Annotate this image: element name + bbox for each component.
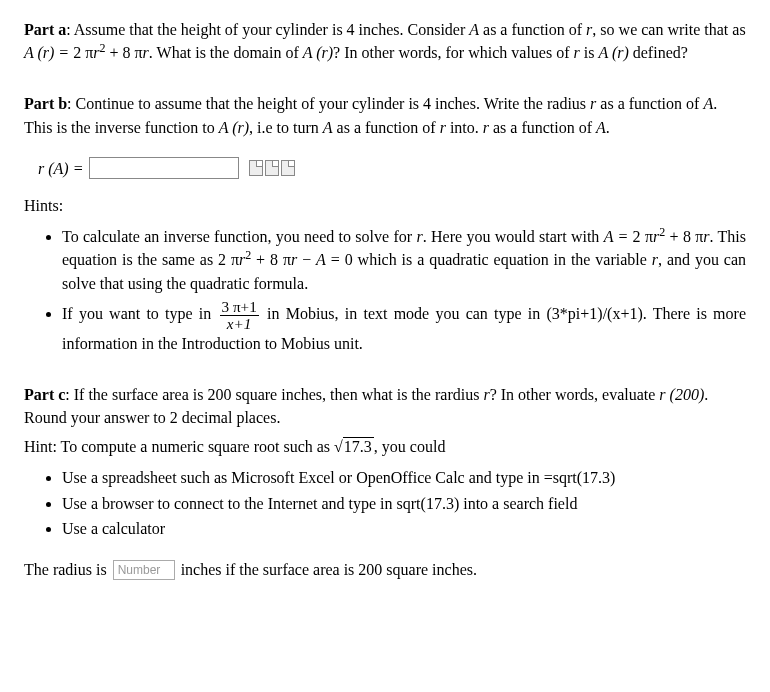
part-c-text: Part c: If the surface area is 200 squar…: [24, 383, 746, 429]
list-item: Use a browser to connect to the Internet…: [62, 492, 746, 515]
list-item: Use a spreadsheet such as Microsoft Exce…: [62, 466, 746, 489]
part-a-text: Part a: Assume that the height of your c…: [24, 18, 746, 64]
r-of-a-label: r (A) =: [38, 157, 83, 180]
part-c-label: Part c: [24, 386, 65, 403]
list-item: Use a calculator: [62, 517, 746, 540]
part-c: Part c: If the surface area is 200 squar…: [24, 383, 746, 581]
part-a-label: Part a: [24, 21, 66, 38]
hints-list: To calculate an inverse function, you ne…: [24, 225, 746, 355]
r-of-a-input[interactable]: [89, 157, 239, 179]
equation-tool-icon[interactable]: [249, 160, 263, 176]
answer-suffix: inches if the surface area is 200 square…: [181, 558, 477, 581]
fraction: 3 π+1x+1: [220, 299, 259, 332]
part-b-label: Part b: [24, 95, 67, 112]
r-of-a-input-row: r (A) =: [38, 157, 746, 180]
answer-prefix: The radius is: [24, 558, 107, 581]
answer-row: The radius is inches if the surface area…: [24, 558, 746, 581]
equation-tool-icon[interactable]: [281, 160, 295, 176]
hint-item-2: If you want to type in 3 π+1x+1 in Mobiu…: [62, 299, 746, 355]
equation-tools: [249, 160, 295, 176]
part-b-text: Part b: Continue to assume that the heig…: [24, 92, 746, 138]
equation-tool-icon[interactable]: [265, 160, 279, 176]
part-b: Part b: Continue to assume that the heig…: [24, 92, 746, 354]
part-a: Part a: Assume that the height of your c…: [24, 18, 746, 64]
part-c-hint: Hint: To compute a numeric square root s…: [24, 435, 746, 458]
sqrt-expr: 17.3: [334, 435, 374, 458]
radius-input[interactable]: [113, 560, 175, 580]
hint-item-1: To calculate an inverse function, you ne…: [62, 225, 746, 295]
hints-label: Hints:: [24, 194, 746, 217]
part-c-bullets: Use a spreadsheet such as Microsoft Exce…: [24, 466, 746, 540]
